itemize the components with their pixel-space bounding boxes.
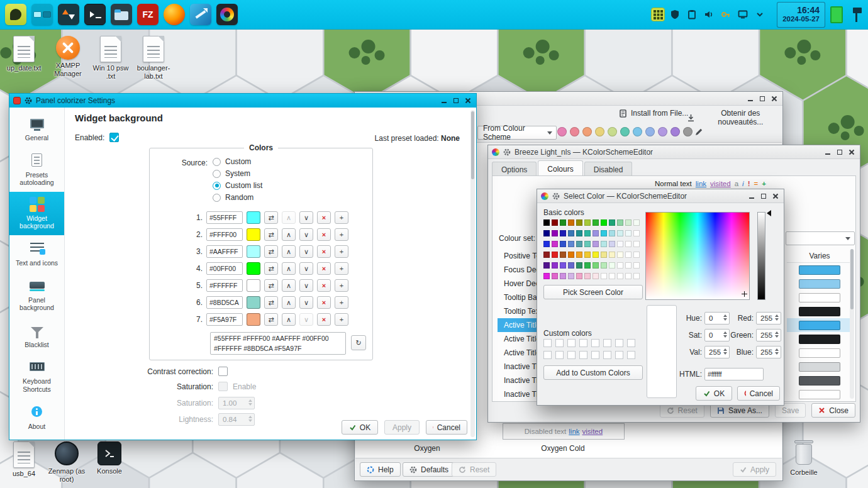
- firefox-icon[interactable]: [164, 4, 185, 25]
- desktop-icon-win10-psw[interactable]: Win 10 psw .txt: [91, 36, 131, 80]
- custom-color-swatch[interactable]: [555, 339, 564, 347]
- accent-color-swatch[interactable]: [595, 127, 604, 136]
- basic-color-swatch[interactable]: [552, 252, 558, 258]
- move-down-button[interactable]: ∨: [299, 211, 313, 224]
- close-button[interactable]: [771, 192, 780, 201]
- custom-color-swatch[interactable]: [603, 351, 611, 359]
- remove-color-button[interactable]: ×: [317, 245, 331, 258]
- colour-value-cell[interactable]: [787, 304, 852, 318]
- shuffle-color-button[interactable]: ⇄: [264, 296, 278, 309]
- scrollbar[interactable]: [850, 249, 854, 399]
- color-swatch-button[interactable]: [247, 228, 260, 241]
- desktop-icon-konsole[interactable]: Konsole: [89, 441, 130, 475]
- custom-color-swatch[interactable]: [567, 351, 576, 359]
- value-slider-marker[interactable]: [767, 210, 771, 216]
- basic-color-swatch[interactable]: [584, 273, 591, 279]
- basic-color-swatch[interactable]: [552, 241, 558, 247]
- ok-button[interactable]: OK: [342, 420, 378, 435]
- colour-value-cell[interactable]: [787, 318, 852, 332]
- get-new-schemes-button[interactable]: Obtenir des nouveautés...: [687, 109, 782, 126]
- refresh-colors-button[interactable]: ↻: [351, 335, 366, 350]
- install-from-file-button[interactable]: Install from File...: [619, 109, 688, 118]
- scheme-preview-card[interactable]: Disabled text link visited: [503, 423, 625, 440]
- basic-color-swatch[interactable]: [593, 219, 599, 226]
- accent-color-swatch[interactable]: [683, 127, 693, 136]
- color-picker-app-icon[interactable]: [216, 4, 238, 25]
- basic-color-swatch[interactable]: [601, 262, 607, 269]
- color-swatch-button[interactable]: [247, 262, 260, 275]
- basic-color-swatch[interactable]: [617, 230, 623, 236]
- shuffle-color-button[interactable]: ⇄: [264, 245, 278, 258]
- basic-color-swatch[interactable]: [593, 230, 599, 236]
- sidebar-item-general[interactable]: General: [9, 110, 64, 147]
- lightness-spinbox[interactable]: 0.84: [218, 413, 255, 426]
- basic-color-swatch[interactable]: [625, 273, 632, 279]
- move-up-button[interactable]: ∧: [282, 262, 296, 275]
- sidebar-item-panel-background[interactable]: Panel background: [9, 272, 64, 317]
- shuffle-color-button[interactable]: ⇄: [264, 279, 278, 292]
- color-hex-input[interactable]: [206, 313, 243, 326]
- move-up-button[interactable]: ∧: [282, 228, 296, 241]
- basic-color-swatch[interactable]: [617, 241, 623, 247]
- panel-clock[interactable]: 16:44 2024-05-27: [777, 2, 825, 28]
- basic-color-swatch[interactable]: [609, 252, 615, 258]
- cancel-button[interactable]: Cancel: [737, 386, 780, 401]
- clipboard-icon[interactable]: [685, 8, 699, 21]
- basic-color-swatch[interactable]: [568, 273, 574, 279]
- basic-color-swatch[interactable]: [560, 273, 566, 279]
- basic-color-swatch[interactable]: [543, 273, 550, 279]
- color-swatch-button[interactable]: [247, 279, 260, 292]
- chevron-down-icon[interactable]: [753, 8, 767, 21]
- accent-color-swatch[interactable]: [633, 127, 642, 136]
- minimize-button[interactable]: [746, 94, 755, 103]
- move-down-button[interactable]: ∨: [299, 279, 313, 292]
- basic-color-swatch[interactable]: [617, 252, 623, 258]
- html-color-input[interactable]: [704, 368, 764, 380]
- color-hex-input[interactable]: [206, 262, 243, 275]
- desktop-icon-zenmap[interactable]: Zenmap (as root): [47, 441, 87, 483]
- add-color-button[interactable]: +: [335, 211, 348, 224]
- custom-color-swatch[interactable]: [591, 339, 599, 347]
- color-hex-input[interactable]: [206, 245, 243, 258]
- basic-color-swatch[interactable]: [584, 219, 591, 226]
- window-titlebar[interactable]: Breeze Light_nls — KColorSchemeEditor: [488, 145, 860, 159]
- move-up-button[interactable]: ∧: [282, 296, 296, 309]
- basic-color-swatch[interactable]: [609, 241, 615, 247]
- basic-color-swatch[interactable]: [593, 252, 599, 258]
- basic-color-swatch[interactable]: [552, 219, 558, 226]
- basic-color-swatch[interactable]: [543, 241, 550, 247]
- maximize-button[interactable]: [758, 94, 767, 103]
- colour-value-cell[interactable]: [787, 346, 852, 360]
- accent-color-swatch[interactable]: [557, 127, 567, 136]
- custom-color-swatch[interactable]: [603, 339, 611, 347]
- hue-saturation-map[interactable]: [645, 212, 750, 300]
- shuffle-color-button[interactable]: ⇄: [264, 313, 278, 326]
- move-down-button[interactable]: ∨: [299, 228, 313, 241]
- basic-color-swatch[interactable]: [568, 262, 574, 269]
- accent-color-swatch[interactable]: [608, 127, 617, 136]
- basic-color-swatch[interactable]: [633, 252, 640, 258]
- add-color-button[interactable]: +: [335, 245, 348, 258]
- basic-color-swatch[interactable]: [609, 273, 615, 279]
- color-hex-input[interactable]: [206, 296, 243, 309]
- add-color-button[interactable]: +: [335, 262, 348, 275]
- sidebar-item-keyboard-shortcuts[interactable]: Keyboard Shortcuts: [9, 353, 64, 398]
- colour-value-cell[interactable]: [787, 263, 852, 277]
- defaults-button[interactable]: Defaults: [403, 462, 455, 477]
- basic-color-swatch[interactable]: [576, 230, 582, 236]
- basic-color-swatch[interactable]: [560, 230, 566, 236]
- basic-color-swatch[interactable]: [576, 219, 582, 226]
- basic-color-swatch[interactable]: [601, 273, 607, 279]
- show-desktop-button[interactable]: [830, 6, 843, 23]
- colour-value-cell[interactable]: [787, 387, 852, 401]
- move-down-button[interactable]: ∨: [299, 262, 313, 275]
- basic-color-swatch[interactable]: [633, 262, 640, 269]
- reset-button[interactable]: Reset: [452, 462, 496, 477]
- accent-color-swatch[interactable]: [670, 127, 680, 136]
- red-spinbox[interactable]: 255: [756, 312, 781, 324]
- basic-color-swatch[interactable]: [543, 219, 550, 226]
- basic-color-swatch[interactable]: [568, 230, 574, 236]
- maximize-button[interactable]: [835, 148, 844, 157]
- add-color-button[interactable]: +: [335, 296, 348, 309]
- basic-color-swatch[interactable]: [601, 219, 607, 226]
